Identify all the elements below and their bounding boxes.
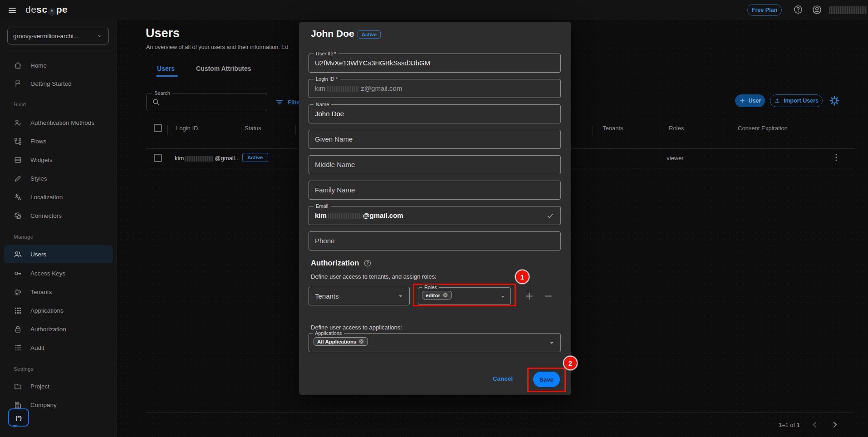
annotation-step-2: 2 [563,356,578,370]
project-selector-label: groovy-vermilion-archi... [13,33,78,39]
logo-text: de [25,4,36,15]
list-icon [14,344,22,352]
help-icon[interactable] [793,5,803,15]
key-icon [14,269,22,278]
login-suffix: @gmail... [215,155,240,162]
row-login-id: kim@gmail... [175,155,240,162]
puzzle-icon [14,211,22,220]
user-id-value: U2fMvXe13WlYCs3HGBkSssd3JbGM [315,54,430,72]
application-chip[interactable]: All Applications [314,337,368,346]
select-all-checkbox[interactable] [154,124,162,132]
roles-select[interactable]: Roles editor [418,287,511,305]
tenants-select[interactable]: Tenants [309,287,410,305]
avatar-icon[interactable] [812,5,822,15]
sidebar-item-label: Connectors [30,212,62,219]
sidebar-item-authorization[interactable]: Authorization [4,320,113,338]
sidebar-item-tenants[interactable]: Tenants [4,283,113,301]
login-id-prefix: kim [315,84,325,92]
chevron-down-icon [549,340,555,346]
save-button[interactable]: Save [533,372,560,387]
chevron-down-icon [500,294,506,300]
free-plan-badge[interactable]: Free Plan [747,4,782,16]
cancel-button[interactable]: Cancel [493,375,513,382]
column-divider [295,125,296,135]
sidebar-item-styles[interactable]: Styles [4,169,113,187]
section-label-manage: Manage [14,234,33,241]
column-divider [729,125,729,135]
sidebar-item-home[interactable]: Home [4,56,113,74]
free-plan-label: Free Plan [752,7,777,13]
flow-icon [14,137,22,146]
login-id-field[interactable]: Login ID * kimz@gmail.com [309,79,561,98]
email-redacted [328,213,362,219]
pagination-prev-icon[interactable] [811,421,819,429]
column-header-consent-expiration[interactable]: Consent Expiration [738,125,788,132]
family-name-placeholder: Family Name [315,181,355,199]
footer-divider [146,412,853,412]
sidebar-item-getting-started[interactable]: Getting Started [4,74,113,93]
email-verified-check-icon [546,212,554,220]
sidebar-item-authentication-methods[interactable]: Authentication Methods [4,113,113,132]
name-field[interactable]: Name John Doe [309,104,561,123]
column-header-status[interactable]: Status [245,125,261,132]
edit-user-modal: John Doe Active User ID * U2fMvXe13WlYCs… [299,22,571,395]
sidebar-item-connectors[interactable]: Connectors [4,206,113,225]
column-header-login-id[interactable]: Login ID [176,125,198,132]
sidebar-item-localization[interactable]: Localization [4,188,113,206]
gear-icon[interactable] [829,95,840,106]
sidebar-item-label: Users [30,251,46,258]
column-header-roles[interactable]: Roles [669,125,684,132]
tab-custom-attributes[interactable]: Custom Attributes [196,65,251,72]
role-chip[interactable]: editor [422,291,452,300]
sidebar-item-label: Access Keys [30,270,65,277]
sidebar-item-applications[interactable]: Applications [4,301,113,319]
sidebar-item-label: Applications [30,307,64,314]
hamburger-menu-icon[interactable] [8,6,17,15]
row-menu-kebab-icon[interactable] [832,153,841,162]
sidebar-item-audit[interactable]: Audit [4,339,113,357]
lock-icon [14,325,22,334]
column-divider [167,125,168,135]
middle-name-field[interactable]: Middle Name [309,155,561,174]
home-icon [14,61,22,70]
pagination-next-icon[interactable] [831,421,839,429]
remove-role-icon[interactable] [442,292,448,298]
family-name-field[interactable]: Family Name [309,181,561,200]
tenants-hint: Define user access to tenants, and assig… [311,273,436,280]
given-name-field[interactable]: Given Name [309,130,561,149]
column-divider [241,125,241,135]
row-checkbox[interactable] [154,154,162,162]
search-input[interactable]: Search [146,93,267,111]
user-id-field[interactable]: User ID * U2fMvXe13WlYCs3HGBkSssd3JbGM [309,54,561,73]
sidebar-item-project[interactable]: Project [4,377,113,395]
project-selector[interactable]: groovy-vermilion-archi... [7,28,109,44]
remove-application-icon[interactable] [358,339,364,344]
phone-field[interactable]: Phone [309,231,561,250]
users-icon [14,250,22,259]
email-field[interactable]: Email kim@gmail.com [309,206,561,225]
column-header-tenants[interactable]: Tenants [603,125,623,132]
import-users-button[interactable]: Import Users [770,94,823,107]
remove-tenant-row-icon[interactable] [544,291,553,301]
authorization-help-icon[interactable] [363,259,372,267]
page-title: Users [146,26,180,40]
add-user-button[interactable]: User [735,94,765,107]
sidebar-item-access-keys[interactable]: Access Keys [4,264,113,282]
filter-button[interactable]: Filter [275,98,302,106]
sidebar-item-label: Home [30,62,47,69]
sidebar-item-flows[interactable]: Flows [4,132,113,150]
sidebar-item-label: Audit [30,344,44,351]
row-roles: viewer [667,155,684,162]
pen-icon [14,174,22,183]
tab-users[interactable]: Users [157,65,175,72]
add-tenant-row-icon[interactable] [525,291,534,301]
support-chat-icon[interactable]: (*) [8,408,29,427]
sidebar-item-widgets[interactable]: Widgets [4,151,113,169]
sidebar-item-label: Flows [30,138,46,145]
upload-icon [774,98,780,104]
plus-icon [739,98,745,104]
phone-placeholder: Phone [315,232,334,250]
search-icon [152,98,160,106]
applications-select[interactable]: Applications All Applications [309,333,561,352]
sidebar-item-users[interactable]: Users [4,245,113,263]
